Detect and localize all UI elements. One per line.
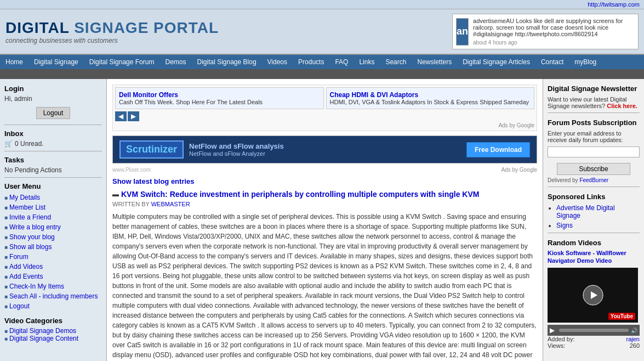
nav-item-articles[interactable]: Digital Signage Articles	[457, 55, 535, 69]
ads-next-button[interactable]: ▶	[128, 111, 139, 121]
nav-item-blog[interactable]: Digital Signage Blog	[191, 55, 261, 69]
nav-item-forum[interactable]: Digital Signage Forum	[84, 55, 160, 69]
inbox-line: 🛒 0 Unread.	[4, 140, 102, 148]
ad-text: advertisemeAU Looks like dell are supply…	[473, 18, 635, 37]
ad-by-google2: Ads by Google	[501, 167, 537, 173]
ad-time: about 4 hours ago	[473, 40, 635, 46]
sponsored-title: Sponsored Links	[548, 193, 640, 201]
logo-signage: SIGNAGE	[74, 19, 149, 36]
video-controls: ▶ 🔊	[548, 325, 640, 336]
nav-item-contact[interactable]: Contact	[535, 55, 569, 69]
video-play-button[interactable]: ▶	[550, 326, 555, 334]
login-title: Login	[4, 84, 102, 93]
sponsor-list: Advertise Me Digital Signage Signs	[548, 204, 640, 229]
written-by: WRITTEN BY WEBMASTER	[112, 201, 537, 207]
inbox-title: Inbox	[4, 129, 102, 138]
ads-section: Dell Monitor Offers Cash Off This Week. …	[112, 84, 537, 131]
scrutinizer-footer: www.Plixer.com Ads by Google	[112, 167, 537, 173]
top-bar: http://twitsamp.com	[0, 0, 644, 9]
cat-item-demos[interactable]: ■Digital Signage Demos	[4, 327, 102, 335]
menu-item-checkin[interactable]: ■Check-In My Items	[4, 281, 102, 291]
blog-content: Multiple computers may be controlled wit…	[112, 212, 537, 361]
sponsored-links: Sponsored Links Advertise Me Digital Sig…	[548, 193, 640, 229]
main-nav: Home Digital Signage Digital Signage For…	[0, 55, 644, 69]
ad-left-title[interactable]: Dell Monitor Offers	[119, 91, 320, 99]
logout-button[interactable]: Logout	[36, 107, 71, 119]
inbox-icon: 🛒	[4, 140, 13, 148]
ad-right-desc: HDMI, DVI, VGA & Toslink Adaptors In Sto…	[330, 99, 531, 105]
user-menu-title: User Menu	[4, 182, 102, 190]
scrutinizer-logo: Scrutinizer	[119, 140, 184, 159]
menu-item-member-list[interactable]: ■Member List	[4, 202, 102, 212]
menu-item-logout[interactable]: ■Logout	[4, 301, 102, 311]
sponsor-item-2[interactable]: Signs	[556, 222, 640, 229]
ad-icon: an	[456, 18, 469, 46]
header: DIGITAL SIGNAGE PORTAL connecting busine…	[0, 9, 644, 55]
nav-item-digital-signage[interactable]: Digital Signage	[29, 55, 84, 69]
menu-item-my-details[interactable]: ■My Details	[4, 193, 102, 202]
video-title: Kiosk Software - Wallflower Navigator De…	[548, 249, 640, 264]
menu-item-search-all[interactable]: ■Seach All - including members	[4, 291, 102, 301]
scrutinizer-download-button[interactable]: Free Download	[466, 142, 530, 157]
blog-post-link[interactable]: KVM Switch: Reduce investment in periphe…	[121, 190, 479, 199]
nav-item-search[interactable]: Search	[380, 55, 412, 69]
added-by-label: Added by:	[548, 336, 575, 342]
nav-item-products[interactable]: Products	[293, 55, 329, 69]
newsletter-desc: Want to view our latest Digital Signage …	[548, 96, 640, 109]
volume-icon[interactable]: 🔊	[631, 328, 637, 334]
menu-item-add-videos[interactable]: ■Add Videos	[4, 262, 102, 272]
added-by-name[interactable]: rajen	[626, 336, 640, 342]
menu-item-show-blog[interactable]: ■Show your blog	[4, 232, 102, 242]
nav-item-newsletters[interactable]: Newsletters	[412, 55, 457, 69]
feedburner-link[interactable]: FeedBurner	[579, 177, 608, 183]
scrutinizer-banner[interactable]: Scrutinizer NetFlow and sFlow analysis N…	[112, 136, 537, 163]
video-views: Views: 260	[548, 342, 640, 349]
menu-item-invite[interactable]: ■Invite a Friend	[4, 212, 102, 222]
menu-item-add-events[interactable]: ■Add Events	[4, 272, 102, 281]
blog-post-title: ▬ KVM Switch: Reduce investment in perip…	[112, 190, 537, 199]
tasks-title: Tasks	[4, 156, 102, 164]
logo-sub: connecting businesses with customers	[5, 37, 452, 44]
main-layout: Login Hi, admin Logout Inbox 🛒 0 Unread.…	[0, 79, 644, 361]
progress-bar[interactable]	[559, 329, 629, 332]
feedburner-line: Delivered by FeedBurner	[548, 177, 640, 183]
scrutinizer-sub: NetFlow and sFlow Analyzer	[189, 150, 284, 157]
video-thumbnail[interactable]: YouTube	[548, 268, 638, 323]
ads-prev-button[interactable]: ◀	[115, 111, 127, 121]
header-ad: an advertisemeAU Looks like dell are sup…	[452, 14, 639, 49]
logo-area: DIGITAL SIGNAGE PORTAL connecting busine…	[5, 19, 452, 44]
video-title-link[interactable]: Kiosk Software - Wallflower Navigator De…	[548, 250, 626, 264]
video-added-by: Added by: rajen	[548, 336, 640, 342]
menu-item-write-blog[interactable]: ■Write a blog entry	[4, 222, 102, 232]
views-label: Views:	[548, 342, 565, 349]
user-menu-list: ■My Details ■Member List ■Invite a Frien…	[4, 193, 102, 311]
nav-list: Home Digital Signage Digital Signage For…	[0, 55, 644, 69]
views-count: 260	[630, 342, 640, 349]
nav-item-home[interactable]: Home	[0, 55, 29, 69]
ads-by-google: Ads by Google	[115, 122, 534, 128]
film-icon: ▬	[112, 190, 119, 198]
nav-item-faq[interactable]: FAQ	[329, 55, 354, 69]
nav-item-videos[interactable]: Videos	[262, 55, 293, 69]
forum-subscription-section: Forum Posts Subscription Enter your emai…	[548, 119, 640, 183]
video-cat-list: ■Digital Signage Demos ■Digital Signage …	[4, 327, 102, 342]
author-link[interactable]: WEBMASTER	[151, 201, 190, 207]
ad-right-title[interactable]: Cheap HDMI & DVI Adaptors	[330, 91, 531, 99]
cat-item-content[interactable]: ■Digital Signage Content	[4, 335, 102, 342]
play-icon	[582, 284, 604, 306]
sponsor-item-1[interactable]: Advertise Me Digital Signage	[556, 204, 640, 219]
logo-digital: DIGITAL	[5, 19, 69, 36]
menu-item-forum[interactable]: ■Forum	[4, 252, 102, 262]
top-bar-url[interactable]: http://twitsamp.com	[588, 1, 640, 8]
nav-item-links[interactable]: Links	[354, 55, 380, 69]
random-videos: Random Videos Kiosk Software - Wallflowe…	[548, 239, 640, 349]
nav-item-myblog[interactable]: myBlog	[569, 55, 602, 69]
show-latest-link[interactable]: Show latest blog entries	[112, 177, 195, 185]
forum-email-input[interactable]	[548, 146, 640, 157]
subscribe-button[interactable]: Subscribe	[557, 163, 630, 175]
click-here-link[interactable]: Click here.	[607, 103, 637, 109]
nav-item-demos[interactable]: Demos	[159, 55, 191, 69]
menu-item-show-all-blogs[interactable]: ■Show all blogs	[4, 242, 102, 252]
left-sidebar: Login Hi, admin Logout Inbox 🛒 0 Unread.…	[0, 79, 107, 361]
video-meta: Added by: rajen Views: 260	[548, 336, 640, 349]
